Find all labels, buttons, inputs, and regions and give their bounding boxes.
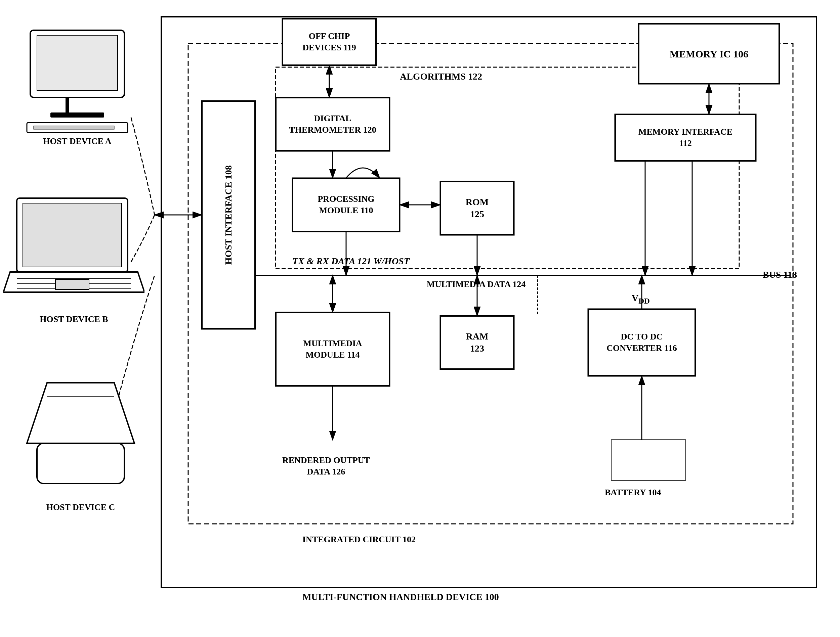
host-device-a-label: HOST DEVICE A xyxy=(10,136,144,147)
digital-thermometer-label: DIGITAL THERMOMETER 120 xyxy=(289,113,376,136)
host-device-c: HOST DEVICE C xyxy=(20,376,141,516)
multimedia-module-box: MULTIMEDIA MODULE 114 xyxy=(276,312,390,386)
rom-box: ROM 125 xyxy=(440,181,514,235)
memory-interface-label: MEMORY INTERFACE 112 xyxy=(638,126,733,149)
host-device-b-label: HOST DEVICE B xyxy=(3,314,144,325)
multimedia-data-label: MULTIMEDIA DATA 124 xyxy=(427,279,526,290)
svg-rect-46 xyxy=(51,112,104,118)
off-chip-box: OFF CHIP DEVICES 119 xyxy=(282,19,376,65)
processing-module-box: PROCESSING MODULE 110 xyxy=(292,178,400,232)
host-device-c-label: HOST DEVICE C xyxy=(20,502,141,513)
vdd-label: VDD xyxy=(632,292,650,306)
svg-rect-4 xyxy=(161,17,816,588)
processing-module-label: PROCESSING MODULE 110 xyxy=(317,194,374,216)
ram-label: RAM 123 xyxy=(466,330,488,355)
multi-function-label: MULTI-FUNCTION HANDHELD DEVICE 100 xyxy=(302,591,499,603)
memory-ic-label: MEMORY IC 106 xyxy=(669,47,748,60)
multimedia-module-label: MULTIMEDIA MODULE 114 xyxy=(303,338,362,361)
battery-label: BATTERY 104 xyxy=(605,487,661,498)
svg-rect-45 xyxy=(66,98,69,114)
tx-rx-label: TX & RX DATA 121 W/HOST xyxy=(292,255,410,267)
rendered-output-label: RENDERED OUTPUT DATA 126 xyxy=(282,443,370,477)
ram-box: RAM 123 xyxy=(440,315,514,369)
svg-rect-54 xyxy=(55,279,89,289)
integrated-circuit-label: INTEGRATED CIRCUIT 102 xyxy=(302,534,415,546)
host-interface-label: HOST INTERFACE 108 xyxy=(223,165,235,265)
memory-ic-box: MEMORY IC 106 xyxy=(638,24,780,84)
dc-converter-box: DC TO DC CONVERTER 116 xyxy=(588,309,696,376)
svg-rect-48 xyxy=(33,126,114,129)
svg-rect-55 xyxy=(37,443,124,484)
off-chip-label: OFF CHIP DEVICES 119 xyxy=(302,30,356,54)
rom-label: ROM 125 xyxy=(466,196,488,221)
dc-converter-label: DC TO DC CONVERTER 116 xyxy=(606,331,677,354)
svg-rect-44 xyxy=(37,35,118,91)
battery-box xyxy=(611,440,685,480)
memory-interface-box: MEMORY INTERFACE 112 xyxy=(615,114,756,161)
digital-thermometer-box: DIGITAL THERMOMETER 120 xyxy=(276,98,390,151)
host-device-b: HOST DEVICE B xyxy=(3,195,144,328)
host-device-a: HOST DEVICE A xyxy=(10,27,144,154)
svg-rect-50 xyxy=(23,203,122,267)
algorithms-label: ALGORITHMS 122 xyxy=(400,71,482,83)
host-interface-box: HOST INTERFACE 108 xyxy=(202,101,255,329)
bus-label: BUS 118 xyxy=(763,269,797,281)
